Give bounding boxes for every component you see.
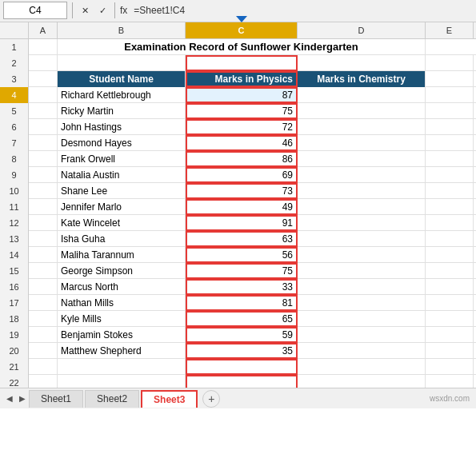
cell-c[interactable]: 87 bbox=[186, 87, 298, 103]
cell-a[interactable] bbox=[29, 231, 58, 247]
cell-b[interactable]: Shane Lee bbox=[58, 183, 186, 199]
cell-b[interactable]: Natalia Austin bbox=[58, 167, 186, 183]
cell-a[interactable] bbox=[29, 343, 58, 359]
cell-b[interactable]: Kate Wincelet bbox=[58, 215, 186, 231]
cell-c[interactable]: 91 bbox=[186, 215, 298, 231]
cell-e[interactable] bbox=[426, 343, 474, 359]
cell-b[interactable] bbox=[58, 55, 186, 71]
cell-c[interactable]: 63 bbox=[186, 231, 298, 247]
cell-e[interactable] bbox=[426, 231, 474, 247]
cell-e[interactable] bbox=[426, 311, 474, 327]
add-sheet-button[interactable]: + bbox=[202, 390, 220, 408]
cell-d[interactable] bbox=[298, 87, 426, 103]
name-box[interactable] bbox=[3, 2, 67, 19]
cell-e[interactable] bbox=[426, 215, 474, 231]
cell-d[interactable] bbox=[298, 215, 426, 231]
cell-a[interactable] bbox=[29, 263, 58, 279]
cell-c[interactable]: 56 bbox=[186, 247, 298, 263]
cell-c[interactable]: 86 bbox=[186, 151, 298, 167]
cell-a[interactable] bbox=[29, 375, 58, 388]
col-header-a[interactable]: A bbox=[29, 22, 58, 38]
cell-c[interactable]: 49 bbox=[186, 199, 298, 215]
tab-sheet3[interactable]: Sheet3 bbox=[141, 390, 198, 408]
cell-d[interactable] bbox=[298, 343, 426, 359]
cell-a[interactable] bbox=[29, 71, 58, 87]
cell-a[interactable] bbox=[29, 55, 58, 71]
cell-b[interactable]: Richard Kettlebrough bbox=[58, 87, 186, 103]
cell-b[interactable]: Jennifer Marlo bbox=[58, 199, 186, 215]
cell-a[interactable] bbox=[29, 311, 58, 327]
cell-a[interactable] bbox=[29, 151, 58, 167]
cell-a[interactable] bbox=[29, 183, 58, 199]
cell-e[interactable] bbox=[426, 247, 474, 263]
confirm-icon[interactable]: ✓ bbox=[95, 3, 110, 18]
cell-c[interactable]: 75 bbox=[186, 103, 298, 119]
cell-d[interactable] bbox=[298, 295, 426, 311]
cell-d[interactable] bbox=[298, 247, 426, 263]
cell-d[interactable] bbox=[298, 151, 426, 167]
cell-b[interactable]: Frank Orwell bbox=[58, 151, 186, 167]
cell-b[interactable]: Benjamin Stokes bbox=[58, 327, 186, 343]
cell-d[interactable] bbox=[298, 55, 426, 71]
cell-c[interactable]: 59 bbox=[186, 327, 298, 343]
cell-d[interactable] bbox=[298, 199, 426, 215]
col-header-d[interactable]: D bbox=[298, 22, 426, 38]
cell-e[interactable] bbox=[426, 135, 474, 151]
cell-a[interactable] bbox=[29, 103, 58, 119]
cell-b[interactable]: Matthew Shepherd bbox=[58, 343, 186, 359]
cell-e[interactable] bbox=[426, 199, 474, 215]
cell-d[interactable] bbox=[298, 183, 426, 199]
cell-e[interactable] bbox=[426, 327, 474, 343]
col-header-e[interactable]: E bbox=[426, 22, 474, 38]
cell-c[interactable]: 81 bbox=[186, 295, 298, 311]
cell-e[interactable] bbox=[426, 151, 474, 167]
col-header-c[interactable]: C bbox=[186, 22, 298, 38]
cell-a[interactable] bbox=[29, 39, 58, 55]
cell-d[interactable] bbox=[298, 359, 426, 375]
cell-c[interactable]: 65 bbox=[186, 311, 298, 327]
cell-b[interactable]: Isha Guha bbox=[58, 231, 186, 247]
cell-d[interactable] bbox=[298, 279, 426, 295]
cell-e[interactable] bbox=[426, 279, 474, 295]
cell-d[interactable] bbox=[298, 263, 426, 279]
cell-c[interactable]: 46 bbox=[186, 135, 298, 151]
cell-c[interactable]: 72 bbox=[186, 119, 298, 135]
cell-c[interactable]: 75 bbox=[186, 263, 298, 279]
cell-a[interactable] bbox=[29, 327, 58, 343]
cell-d[interactable] bbox=[298, 119, 426, 135]
cell-b[interactable]: Maliha Tarannum bbox=[58, 247, 186, 263]
cell-e[interactable] bbox=[426, 359, 474, 375]
cell-a[interactable] bbox=[29, 119, 58, 135]
cell-a[interactable] bbox=[29, 247, 58, 263]
cell-a[interactable] bbox=[29, 199, 58, 215]
cell-c[interactable] bbox=[186, 359, 298, 375]
cell-e[interactable] bbox=[426, 119, 474, 135]
cell-a[interactable] bbox=[29, 215, 58, 231]
sheet-nav-left[interactable]: ◀ bbox=[3, 394, 16, 403]
cell-e[interactable] bbox=[426, 263, 474, 279]
cell-b[interactable]: Desmond Hayes bbox=[58, 135, 186, 151]
cell-c[interactable]: Marks in Physics bbox=[186, 71, 298, 87]
cancel-icon[interactable]: ✕ bbox=[78, 3, 92, 18]
cell-a[interactable] bbox=[29, 87, 58, 103]
cell-b[interactable]: John Hastings bbox=[58, 119, 186, 135]
cell-d[interactable] bbox=[298, 311, 426, 327]
cell-b[interactable] bbox=[58, 359, 186, 375]
cell-d[interactable] bbox=[298, 167, 426, 183]
cell-b[interactable] bbox=[58, 375, 186, 388]
cell-b[interactable]: Kyle Mills bbox=[58, 311, 186, 327]
cell-a[interactable] bbox=[29, 167, 58, 183]
cell-a[interactable] bbox=[29, 279, 58, 295]
cell-a[interactable] bbox=[29, 135, 58, 151]
cell-d[interactable] bbox=[298, 375, 426, 388]
cell-e[interactable] bbox=[426, 87, 474, 103]
cell-b[interactable]: Ricky Martin bbox=[58, 103, 186, 119]
cell-d[interactable] bbox=[298, 103, 426, 119]
cell-c[interactable]: 73 bbox=[186, 183, 298, 199]
cell-e[interactable] bbox=[426, 71, 474, 87]
cell-a[interactable] bbox=[29, 359, 58, 375]
cell-c[interactable] bbox=[186, 55, 298, 71]
cell-b[interactable]: Marcus North bbox=[58, 279, 186, 295]
cell-e[interactable] bbox=[426, 55, 474, 71]
cell-d[interactable] bbox=[298, 135, 426, 151]
